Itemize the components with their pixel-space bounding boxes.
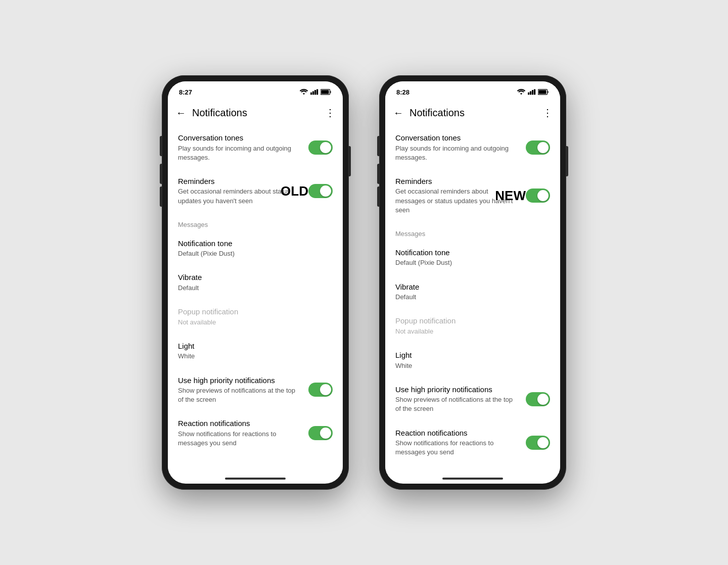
high-priority-item-new[interactable]: Use high priority notifications Show pre… <box>385 378 560 421</box>
svg-rect-8 <box>532 90 533 95</box>
new-badge: NEW <box>495 187 526 203</box>
light-item-new[interactable]: Light White <box>385 343 560 378</box>
light-title-new: Light <box>395 350 544 360</box>
high-priority-title-new: Use high priority notifications <box>395 385 520 395</box>
popup-subtitle-new: Not available <box>395 327 544 336</box>
notification-tone-title-old: Notification tone <box>178 239 327 249</box>
popup-title-new: Popup notification <box>395 316 544 326</box>
vibrate-item-new[interactable]: Vibrate Default <box>385 275 560 309</box>
section-messages-new: Messages <box>385 222 560 241</box>
conversation-tones-title-old: Conversation tones <box>178 133 302 143</box>
svg-rect-7 <box>530 91 531 95</box>
conversation-tones-toggle-new[interactable] <box>526 140 550 155</box>
phone-screen-new: 8:28 <box>385 81 560 484</box>
reaction-notif-title-new: Reaction notifications <box>395 428 520 438</box>
svg-rect-11 <box>538 90 546 94</box>
reminders-toggle-new[interactable] <box>526 189 550 203</box>
reaction-notif-toggle-new[interactable] <box>526 436 550 450</box>
conversation-tones-title-new: Conversation tones <box>395 133 520 143</box>
conversation-tones-subtitle-new: Play sounds for incoming and outgoing me… <box>395 144 520 162</box>
vibrate-subtitle-new: Default <box>395 293 544 302</box>
svg-rect-1 <box>312 91 314 95</box>
reaction-notif-item-new[interactable]: Reaction notifications Show notification… <box>385 421 560 464</box>
more-button-new[interactable]: ⋮ <box>542 107 552 119</box>
reaction-notif-subtitle-old: Show notifications for reactions to mess… <box>178 430 302 448</box>
light-title-old: Light <box>178 341 327 351</box>
app-bar-new: ← Notifications ⋮ <box>385 100 560 126</box>
reaction-notif-subtitle-new: Show notifications for reactions to mess… <box>395 439 520 457</box>
home-indicator-old <box>225 478 286 480</box>
reminders-toggle-old[interactable] <box>308 184 333 198</box>
notification-tone-title-new: Notification tone <box>395 248 544 258</box>
battery-icon <box>321 89 332 95</box>
old-badge: OLD <box>281 183 308 199</box>
notification-tone-subtitle-old: Default (Pixie Dust) <box>178 249 327 258</box>
conversation-tones-item-old[interactable]: Conversation tones Play sounds for incom… <box>168 126 343 169</box>
wifi-icon-new <box>517 89 526 95</box>
svg-rect-2 <box>314 90 316 95</box>
signal-icon <box>310 89 318 95</box>
status-bar-old: 8:27 <box>168 81 343 100</box>
popup-item-old: Popup notification Not available <box>168 300 343 334</box>
notification-tone-subtitle-new: Default (Pixie Dust) <box>395 258 544 267</box>
status-icons-new <box>517 89 549 95</box>
home-indicator-new <box>442 478 503 480</box>
svg-rect-5 <box>321 90 329 94</box>
battery-icon-new <box>538 89 549 95</box>
status-icons-old <box>299 89 332 95</box>
reminders-item-old[interactable]: Reminders Get occasional reminders about… <box>168 169 343 213</box>
status-time-new: 8:28 <box>396 88 410 96</box>
status-bar-new: 8:28 <box>385 81 560 100</box>
reaction-notif-toggle-old[interactable] <box>308 426 333 440</box>
app-title-old: Notifications <box>192 107 325 119</box>
reminders-title-new: Reminders <box>395 176 520 186</box>
conversation-tones-item-new[interactable]: Conversation tones Play sounds for incom… <box>385 126 560 169</box>
reaction-notif-item-old[interactable]: Reaction notifications Show notification… <box>168 411 343 455</box>
light-subtitle-old: White <box>178 352 327 361</box>
popup-title-old: Popup notification <box>178 307 327 317</box>
high-priority-toggle-old[interactable] <box>308 383 333 397</box>
light-item-old[interactable]: Light White <box>168 334 343 368</box>
more-button-old[interactable]: ⋮ <box>325 107 335 119</box>
back-button-old[interactable]: ← <box>176 107 186 119</box>
signal-icon-new <box>528 89 536 95</box>
high-priority-toggle-new[interactable] <box>526 392 550 406</box>
app-title-new: Notifications <box>410 107 542 119</box>
conversation-tones-subtitle-old: Play sounds for incoming and outgoing me… <box>178 144 302 162</box>
page-wrapper: 8:27 <box>0 55 728 510</box>
svg-rect-6 <box>528 92 529 95</box>
vibrate-title-new: Vibrate <box>395 282 544 292</box>
high-priority-subtitle-new: Show previews of notifications at the to… <box>395 395 520 413</box>
vibrate-title-old: Vibrate <box>178 272 327 282</box>
light-subtitle-new: White <box>395 361 544 370</box>
high-priority-subtitle-old: Show previews of notifications at the to… <box>178 386 302 404</box>
settings-content-old: Conversation tones Play sounds for incom… <box>168 126 343 474</box>
wifi-icon <box>299 89 308 95</box>
high-priority-title-old: Use high priority notifications <box>178 375 302 386</box>
phone-screen-old: 8:27 <box>168 81 343 484</box>
popup-item-new: Popup notification Not available <box>385 309 560 343</box>
vibrate-subtitle-old: Default <box>178 284 327 293</box>
back-button-new[interactable]: ← <box>393 107 403 119</box>
vibrate-item-old[interactable]: Vibrate Default <box>168 265 343 300</box>
section-messages-old: Messages <box>168 213 343 231</box>
popup-subtitle-old: Not available <box>178 318 327 327</box>
high-priority-item-old[interactable]: Use high priority notifications Show pre… <box>168 368 343 412</box>
svg-rect-3 <box>316 89 318 95</box>
conversation-tones-toggle-old[interactable] <box>308 140 333 155</box>
svg-rect-9 <box>534 89 535 95</box>
status-time-old: 8:27 <box>179 88 192 96</box>
settings-content-new: Conversation tones Play sounds for incom… <box>385 126 560 474</box>
notification-tone-item-old[interactable]: Notification tone Default (Pixie Dust) <box>168 231 343 266</box>
svg-rect-0 <box>310 92 312 95</box>
reaction-notif-title-old: Reaction notifications <box>178 418 302 429</box>
reminders-item-new[interactable]: Reminders Get occasional reminders about… <box>385 169 560 222</box>
phone-new: 8:28 <box>379 75 566 490</box>
phone-old: 8:27 <box>162 75 349 490</box>
notification-tone-item-new[interactable]: Notification tone Default (Pixie Dust) <box>385 241 560 275</box>
app-bar-old: ← Notifications ⋮ <box>168 100 343 126</box>
